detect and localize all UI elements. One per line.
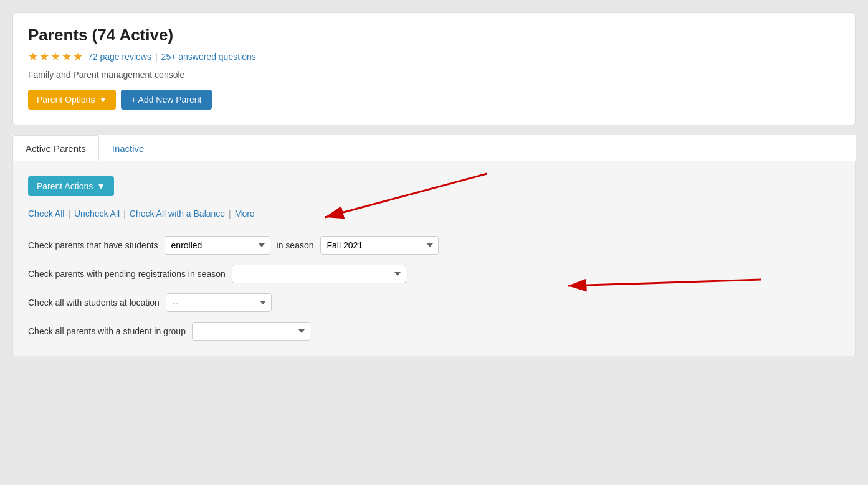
check-balance-link[interactable]: Check All with a Balance [130,209,225,219]
add-new-parent-button[interactable]: + Add New Parent [121,90,211,110]
group-select[interactable] [192,322,310,341]
star-rating: ★★★★★ [28,50,84,64]
parent-options-button[interactable]: Parent Options ▼ [28,90,116,110]
tab-inactive-label: Inactive [112,143,145,154]
check-links-row: Check All | Uncheck All | Check All with… [28,209,840,219]
subtitle: Family and Parent management console [28,70,840,80]
group-label: Check all parents with a student in grou… [28,326,186,336]
parent-actions-label: Parent Actions [37,181,93,191]
dropdown-arrow-icon: ▼ [98,95,107,105]
pipe-1: | [68,209,70,219]
in-season-label: in season [277,240,314,250]
season-select[interactable]: Fall 2021 [320,236,439,255]
filter-row-pending: Check parents with pending registrations… [28,265,840,283]
tab-active-label: Active Parents [26,143,86,154]
pending-select[interactable] [232,265,406,283]
header-card: Parents (74 Active) ★★★★★ 72 page review… [12,12,856,125]
filter-row-location: Check all with students at location -- [28,293,840,312]
location-label: Check all with students at location [28,298,160,308]
button-row: Parent Options ▼ + Add New Parent [28,90,840,110]
content-card: Parent Actions ▼ Check All | Uncheck All… [12,161,856,356]
filter-row-group: Check all parents with a student in grou… [28,322,840,341]
enrolled-label: Check parents that have students [28,240,158,250]
filter-section: Check parents that have students enrolle… [28,236,840,341]
location-select[interactable]: -- [166,293,272,312]
reviews-link[interactable]: 72 page reviews [88,52,151,62]
tab-inactive[interactable]: Inactive [99,135,158,161]
filter-row-enrolled: Check parents that have students enrolle… [28,236,840,255]
dropdown-icon: ▼ [97,181,105,191]
answered-link[interactable]: 25+ answered questions [161,52,256,62]
pipe-2: | [123,209,126,219]
more-link[interactable]: More [235,209,255,219]
page-title: Parents (74 Active) [28,26,840,45]
pending-label: Check parents with pending registrations… [28,269,226,279]
uncheck-all-link[interactable]: Uncheck All [74,209,120,219]
separator: | [155,52,158,62]
parent-actions-button[interactable]: Parent Actions ▼ [28,176,114,196]
pipe-3: | [229,209,231,219]
parent-options-label: Parent Options [37,95,95,105]
tab-active-parents[interactable]: Active Parents [12,135,99,161]
reviews-row: ★★★★★ 72 page reviews | 25+ answered que… [28,50,840,64]
enrolled-select[interactable]: enrolled [165,236,270,255]
add-new-parent-label: + Add New Parent [131,95,201,105]
tabs-row: Active Parents Inactive [12,135,856,161]
check-all-link[interactable]: Check All [28,209,64,219]
